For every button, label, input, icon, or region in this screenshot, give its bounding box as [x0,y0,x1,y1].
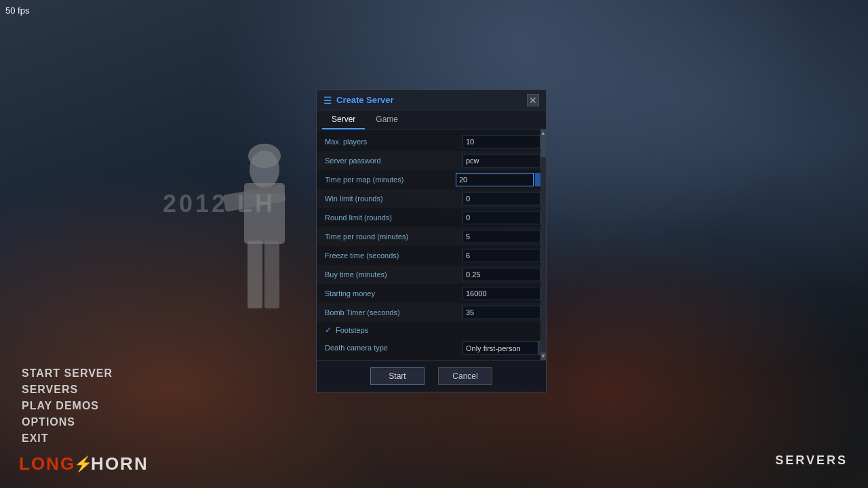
input-buy-time[interactable] [462,268,540,281]
main-menu: Play Hard. Go Pro. Start Server Servers … [22,352,113,449]
field-time-per-map: Time per map (minutes) [317,170,546,189]
input-round-limit[interactable] [462,211,540,224]
select-death-camera[interactable]: Only first-person ▼ [462,341,546,354]
field-footsteps[interactable]: ✓ Footsteps [317,322,546,338]
field-starting-money: Starting money [317,284,546,303]
menu-item-play-demos[interactable]: Play Demos [22,400,113,412]
field-time-per-round: Time per round (minutes) [317,227,546,246]
label-server-password: Server password [325,157,462,165]
tab-server[interactable]: Server [322,110,365,129]
dialog-title: Create Server [336,95,394,105]
label-win-limit: Win limit (rounds) [325,195,462,203]
label-death-camera: Death camera type [325,344,462,352]
field-server-password: Server password [317,151,546,170]
input-bomb-timer[interactable] [462,306,540,319]
menu-item-start-server[interactable]: Start Server [22,367,113,380]
field-win-limit: Win limit (rounds) [317,189,546,208]
label-starting-money: Starting money [325,289,462,298]
field-death-camera: Death camera type Only first-person ▼ [317,338,546,357]
label-footsteps: Footsteps [336,326,368,334]
field-buy-time: Buy time (minutes) [317,265,546,284]
label-bomb-timer: Bomb Timer (seconds) [325,308,462,317]
start-button[interactable]: Start [370,367,425,385]
input-starting-money[interactable] [462,287,540,300]
dialog-content: ▲ ▼ Max. players Server password Time pe… [317,129,546,360]
label-round-limit: Round limit (rounds) [325,214,462,222]
fps-counter: 50 fps [5,5,29,16]
logo-horn: HORN [91,453,149,474]
svg-rect-7 [244,210,285,216]
logo-icon: ⚡ [74,455,92,473]
dialog-footer: Start Cancel [317,360,546,392]
select-death-camera-value[interactable]: Only first-person [462,341,538,354]
menu-item-servers[interactable]: Servers [22,384,113,396]
field-bomb-timer: Bomb Timer (seconds) [317,303,546,322]
field-max-players: Max. players [317,132,546,151]
label-time-per-round: Time per round (minutes) [325,232,462,241]
servers-watermark: Servers [775,453,848,468]
svg-rect-4 [248,241,262,308]
label-max-players: Max. players [325,138,462,146]
svg-rect-5 [264,241,279,308]
scrollbar-up-button[interactable]: ▲ [540,129,546,137]
input-freeze-time[interactable] [462,249,540,262]
input-time-per-round[interactable] [462,230,540,243]
input-server-password[interactable] [462,154,540,167]
scrollbar-thumb[interactable] [540,137,546,157]
dialog-tabs: Server Game [317,110,546,129]
blue-indicator [535,173,540,186]
input-time-per-map[interactable] [456,173,534,186]
menu-item-options[interactable]: Options [22,416,113,428]
label-time-per-map: Time per map (minutes) [325,176,456,184]
dialog-title-left: ☰ Create Server [323,95,394,106]
checkbox-check-footsteps: ✓ [325,325,332,335]
menu-item-exit[interactable]: Exit [22,432,113,445]
logo: LONG ⚡ HORN [19,453,149,474]
cancel-button[interactable]: Cancel [438,367,492,385]
dialog-titlebar: ☰ Create Server ✕ [317,90,546,110]
dialog-scrollbar[interactable]: ▲ ▼ [540,129,546,360]
field-freeze-time: Freeze time (seconds) [317,246,546,265]
soldier-silhouette [203,136,326,407]
dialog-close-button[interactable]: ✕ [527,94,539,106]
scrollbar-down-button[interactable]: ▼ [540,352,546,360]
input-max-players[interactable] [462,135,540,148]
input-win-limit[interactable] [462,192,540,205]
svg-rect-6 [244,186,285,193]
scrollbar-track[interactable] [540,137,546,352]
label-buy-time: Buy time (minutes) [325,270,462,279]
dialog-icon: ☰ [323,95,332,106]
tab-game[interactable]: Game [366,110,408,129]
create-server-dialog: ☰ Create Server ✕ Server Game ▲ ▼ Max. p… [316,89,547,392]
svg-point-1 [248,144,281,168]
logo-long: LONG [19,453,75,474]
label-freeze-time: Freeze time (seconds) [325,251,462,260]
field-round-limit: Round limit (rounds) [317,208,546,227]
